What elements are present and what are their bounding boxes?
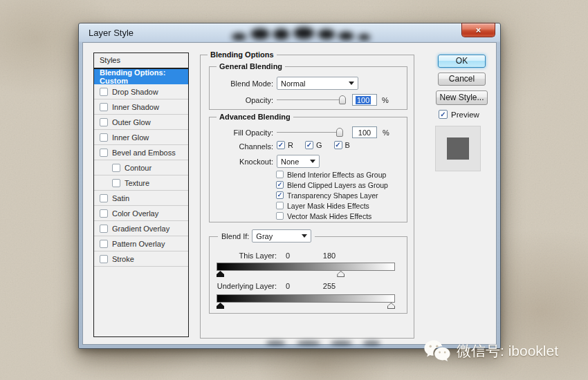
desktop-background: Layer Style × Styles Blending Options: C… — [0, 0, 588, 380]
sidebar-item-label: Gradient Overlay — [112, 225, 169, 233]
channel-g: ✓G — [305, 141, 322, 149]
watermark: 微信号: ibooklet — [423, 339, 558, 363]
preview-swatch-color — [447, 137, 469, 160]
sidebar-item[interactable]: Drop Shadow — [94, 84, 188, 99]
opacity-slider-thumb[interactable] — [339, 95, 346, 104]
blending-options-panel: Blending Options General Blending Blend … — [200, 55, 414, 339]
option-checkbox[interactable] — [276, 212, 284, 220]
sidebar-item[interactable]: Outer Glow — [94, 115, 188, 130]
shadow-handle[interactable] — [217, 271, 224, 277]
shadow-handle[interactable] — [217, 303, 224, 309]
underlying-layer-low-value: 0 — [280, 282, 295, 290]
style-list: Blending Options: CustomDrop ShadowInner… — [93, 68, 189, 337]
option-label: Layer Mask Hides Effects — [287, 202, 369, 210]
opacity-unit: % — [382, 96, 389, 104]
sidebar-item[interactable]: Gradient Overlay — [94, 221, 188, 236]
opacity-input[interactable]: 100 — [352, 94, 377, 106]
style-checkbox[interactable] — [100, 118, 108, 126]
fill-opacity-slider[interactable] — [277, 127, 343, 137]
new-style-button[interactable]: New Style... — [436, 91, 488, 105]
advanced-blending-title: Advanced Blending — [217, 113, 293, 122]
fill-opacity-slider-thumb[interactable] — [336, 128, 343, 137]
advanced-option[interactable]: ✓Transparency Shapes Layer — [276, 190, 388, 200]
channel-r: ✓R — [277, 141, 293, 149]
blend-if-value: Gray — [256, 232, 273, 240]
knockout-value: None — [281, 158, 299, 166]
sidebar-item[interactable]: Bevel and Emboss — [94, 145, 188, 160]
advanced-blending-group: Advanced Blending Fill Opacity: 100 % Ch… — [209, 117, 407, 222]
sidebar-item-label: Stroke — [112, 255, 134, 263]
close-icon: × — [476, 25, 481, 35]
blend-if-dropdown[interactable]: Gray — [252, 229, 311, 243]
ok-button[interactable]: OK — [438, 55, 486, 68]
style-checkbox[interactable] — [100, 240, 108, 248]
style-checkbox[interactable] — [100, 225, 108, 233]
blend-mode-dropdown[interactable]: Normal — [277, 77, 358, 90]
window-title: Layer Style — [89, 28, 134, 38]
underlying-layer-gradient-bar[interactable] — [217, 294, 395, 303]
general-blending-group: General Blending Blend Mode: Normal Opac… — [209, 66, 407, 110]
style-checkbox[interactable] — [100, 255, 108, 263]
advanced-option[interactable]: Layer Mask Hides Effects — [276, 200, 388, 211]
sidebar-item[interactable]: Pattern Overlay — [94, 236, 188, 251]
fill-opacity-input[interactable]: 100 — [352, 126, 377, 138]
advanced-options: Blend Interior Effects as Group✓Blend Cl… — [276, 169, 388, 221]
panel-title: Blending Options — [208, 50, 277, 59]
highlight-handle[interactable] — [387, 303, 395, 309]
style-checkbox[interactable] — [100, 194, 108, 202]
layer-style-dialog: Layer Style × Styles Blending Options: C… — [78, 23, 501, 349]
style-checkbox[interactable] — [100, 103, 108, 111]
opacity-label: Opacity: — [210, 96, 273, 104]
sidebar-item-styles[interactable]: Styles — [93, 53, 189, 68]
this-layer-gradient-bar[interactable] — [217, 263, 395, 271]
this-layer-high-value: 180 — [318, 251, 340, 260]
sidebar-item[interactable]: Inner Shadow — [94, 99, 188, 115]
close-button[interactable]: × — [461, 23, 495, 37]
sidebar-item[interactable]: Blending Options: Custom — [94, 69, 188, 84]
style-checkbox[interactable] — [100, 133, 108, 142]
sidebar-item[interactable]: Inner Glow — [94, 130, 188, 145]
style-checkbox[interactable] — [100, 209, 108, 218]
channel-checkbox[interactable]: ✓ — [277, 141, 285, 149]
style-checkbox[interactable] — [100, 149, 108, 157]
advanced-option[interactable]: ✓Blend Clipped Layers as Group — [276, 180, 388, 190]
sidebar-item[interactable]: Satin — [94, 191, 188, 206]
sidebar-item-label: Bevel and Emboss — [112, 149, 176, 157]
cancel-button[interactable]: Cancel — [438, 73, 486, 86]
fill-opacity-label: Fill Opacity: — [210, 129, 273, 137]
advanced-option[interactable]: Blend Interior Effects as Group — [276, 169, 388, 180]
preview-swatch — [435, 126, 481, 171]
sidebar-item-label: Blending Options: Custom — [100, 68, 188, 85]
channel-label: B — [345, 141, 350, 149]
blend-if-legend: Blend If: Gray — [218, 229, 315, 243]
channels-label: Channels: — [210, 142, 273, 151]
advanced-option[interactable]: Vector Mask Hides Effects — [276, 211, 388, 221]
preview-label: Preview — [451, 111, 479, 119]
watermark-text: 微信号: ibooklet — [457, 341, 558, 361]
titlebar[interactable]: Layer Style × — [79, 23, 500, 42]
opacity-value: 100 — [356, 96, 371, 104]
style-checkbox[interactable] — [112, 179, 120, 187]
dialog-content: Styles Blending Options: CustomDrop Shad… — [82, 42, 497, 345]
style-checkbox[interactable] — [112, 164, 120, 172]
option-checkbox[interactable]: ✓ — [276, 181, 284, 189]
channel-checkbox[interactable]: ✓ — [305, 141, 313, 149]
sidebar-item[interactable]: Stroke — [94, 251, 188, 267]
option-checkbox[interactable]: ✓ — [276, 191, 284, 199]
sidebar-item[interactable]: Texture — [94, 175, 188, 191]
preview-option[interactable]: ✓ Preview — [439, 110, 479, 119]
channel-checkbox[interactable]: ✓ — [334, 141, 342, 149]
option-checkbox[interactable] — [276, 171, 284, 178]
sidebar-item[interactable]: Contour — [94, 160, 188, 175]
knockout-dropdown[interactable]: None — [277, 155, 320, 168]
sidebar-item-label: Pattern Overlay — [112, 240, 165, 248]
sidebar-item-label: Inner Shadow — [112, 103, 159, 111]
preview-checkbox[interactable]: ✓ — [439, 110, 448, 119]
sidebar-item[interactable]: Color Overlay — [94, 206, 188, 221]
style-checkbox[interactable] — [100, 88, 108, 96]
option-label: Vector Mask Hides Effects — [287, 212, 371, 220]
opacity-slider[interactable] — [277, 95, 346, 105]
option-checkbox[interactable] — [276, 202, 284, 209]
underlying-layer-label: Underlying Layer: — [210, 282, 277, 290]
highlight-handle[interactable] — [337, 271, 344, 277]
